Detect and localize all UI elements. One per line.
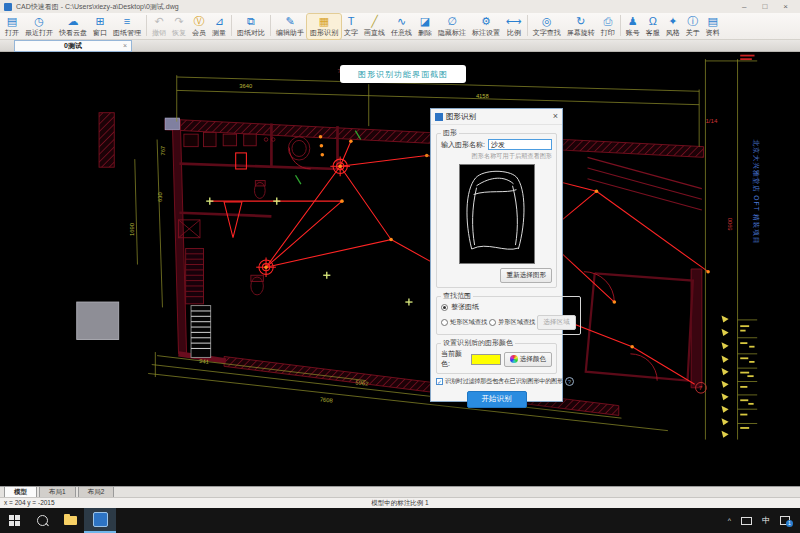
- toolbar-style-button[interactable]: ✦ 风格: [663, 14, 683, 39]
- tab-close-icon[interactable]: ×: [123, 41, 127, 51]
- layout-tab-2[interactable]: 布局2: [78, 486, 115, 497]
- notification-icon[interactable]: 1: [780, 516, 790, 525]
- toolbar-eraser-button[interactable]: ◪ 删除: [415, 14, 435, 39]
- taskbar: ^ 中 1: [0, 508, 800, 533]
- dim-label-bottom-c: 7608: [320, 396, 334, 404]
- title-block: 北京大兴雅堂店 OFT 精装项目: [740, 55, 759, 429]
- close-icon[interactable]: ×: [783, 0, 788, 13]
- toolbar-icon: ⟷: [506, 15, 522, 27]
- shape-recognition-dialog: 图形识别 × 图形 输入图形名称: 图形名称可用于后期查看图形: [430, 108, 563, 402]
- filter-checkbox-label: 识别时过滤掉那些包含在已识别图形中的图形: [445, 377, 563, 386]
- start-button[interactable]: [0, 508, 28, 533]
- toolbar-icon: ⚙: [481, 15, 491, 27]
- shape-preview: [459, 164, 535, 264]
- toolbar-measure-button[interactable]: ⊿ 测量: [209, 14, 229, 39]
- folder-icon: [64, 516, 77, 525]
- toolbar-icon: ▤: [7, 15, 17, 27]
- toolbar-icon: ⊿: [214, 15, 223, 27]
- toolbar-icon: T: [348, 15, 355, 27]
- dialog-close-icon[interactable]: ×: [553, 109, 558, 124]
- toolbar-label: 账号: [626, 28, 640, 38]
- drawing-canvas[interactable]: 7798 3640 4158 767 630 1690 941 5962 760…: [0, 52, 800, 486]
- toolbar-label: 客服: [646, 28, 660, 38]
- toolbar-support-button[interactable]: Ω 客服: [643, 14, 663, 39]
- toolbar-edit-assistant-button[interactable]: ✎ 编辑助手: [273, 14, 307, 39]
- toolbar-icon: ✦: [668, 15, 677, 27]
- tab-label: 0测试: [64, 41, 82, 51]
- search-button[interactable]: [28, 508, 56, 533]
- dim-label-left-a: 767: [160, 146, 166, 156]
- toolbar-text-button[interactable]: T 文字: [341, 14, 361, 39]
- file-explorer-button[interactable]: [56, 508, 84, 533]
- toolbar-label: 编辑助手: [276, 28, 304, 38]
- radio-rect-region-label: 矩形区域查找: [450, 318, 487, 327]
- toolbar-about-button[interactable]: ⓘ 关于: [683, 14, 703, 39]
- toolbar-label: 文字查找: [533, 28, 561, 38]
- toolbar-folder-open-button[interactable]: ▤ 打开: [2, 14, 22, 39]
- toolbar-redo-button[interactable]: ↷ 恢复: [169, 14, 189, 39]
- toolbar-screen-rotate-button[interactable]: ↻ 屏幕旋转: [564, 14, 598, 39]
- start-recognition-button[interactable]: 开始识别: [467, 391, 527, 408]
- toolbar-undo-button[interactable]: ↶ 撤销: [149, 14, 169, 39]
- toolbar-account-button[interactable]: ♟ 账号: [623, 14, 643, 39]
- toolbar-clock-button[interactable]: ◷ 最近打开: [22, 14, 56, 39]
- radio-rect-region[interactable]: [441, 319, 448, 326]
- toolbar-icon: Ω: [649, 15, 657, 27]
- toolbar-layers-button[interactable]: ≡ 图纸管理: [110, 14, 144, 39]
- toolbar-icon: ≡: [124, 15, 130, 27]
- help-icon[interactable]: ?: [565, 377, 574, 386]
- toolbar-print-button[interactable]: ⎙ 打印: [598, 14, 618, 39]
- toolbar-straight-line-button[interactable]: ╱ 画直线: [361, 14, 388, 39]
- maximize-icon[interactable]: □: [762, 0, 767, 13]
- toolbar-label: 屏幕旋转: [567, 28, 595, 38]
- reselect-shape-button[interactable]: 重新选择图形: [500, 268, 552, 283]
- dim-label-bottom-a: 941: [199, 358, 209, 365]
- window-title: CAD快速看图 - C:\Users\xiezy-a\Desktop\0测试.d…: [16, 2, 179, 12]
- toolbar-text-search-button[interactable]: ◎ 文字查找: [530, 14, 564, 39]
- toolbar-icon: ⊞: [95, 15, 104, 27]
- choose-color-button[interactable]: 选择颜色: [504, 352, 552, 367]
- toolbar-vip-button[interactable]: Ⓥ 会员: [189, 14, 209, 39]
- tray-chevron-icon[interactable]: ^: [728, 517, 731, 524]
- toolbar-divider: [231, 15, 232, 36]
- select-region-button: 选择区域: [537, 315, 575, 330]
- shape-name-hint: 图形名称可用于后期查看图形: [441, 152, 552, 161]
- radio-whole-drawing[interactable]: [441, 304, 448, 311]
- ime-indicator[interactable]: 中: [762, 515, 770, 526]
- shape-group: 图形 输入图形名称: 图形名称可用于后期查看图形: [436, 128, 557, 288]
- toolbar-scale-button[interactable]: ⟷ 比例: [503, 14, 525, 39]
- toolbar-compare-button[interactable]: ⧉ 图纸对比: [234, 14, 268, 39]
- walls: [77, 113, 704, 416]
- filter-checkbox[interactable]: ✓: [436, 378, 443, 385]
- display-tray-icon[interactable]: [741, 517, 752, 525]
- axis-bubble-label: 7: [699, 384, 703, 391]
- toolbar-label: 撤销: [152, 28, 166, 38]
- toolbar-icon: ◪: [420, 15, 430, 27]
- toolbar-window-button[interactable]: ⊞ 窗口: [90, 14, 110, 39]
- toolbar-label: 删除: [418, 28, 432, 38]
- toolbar-icon: ⓘ: [687, 15, 698, 27]
- dialog-titlebar[interactable]: 图形识别 ×: [431, 109, 562, 125]
- toolbar-shape-recognition-button[interactable]: ▦ 图形识别: [307, 14, 341, 39]
- toolbar-docs-button[interactable]: ▤ 资料: [703, 14, 723, 39]
- toolbar-hide-annotation-button[interactable]: ∅ 隐藏标注: [435, 14, 469, 39]
- minimize-icon[interactable]: –: [742, 0, 746, 13]
- toolbar-cloud-button[interactable]: ☁ 快看云盘: [56, 14, 90, 39]
- toolbar-icon: ▦: [319, 15, 329, 27]
- layout-tab-1[interactable]: 布局1: [39, 486, 76, 497]
- toolbar-divider: [527, 15, 528, 36]
- toolbar-freehand-line-button[interactable]: ∿ 任意线: [388, 14, 415, 39]
- layout-tab-model[interactable]: 模型: [4, 486, 37, 497]
- toolbar-label: 文字: [344, 28, 358, 38]
- choose-color-button-label: 选择颜色: [520, 355, 546, 364]
- tab-0-test[interactable]: 0测试 ×: [14, 40, 132, 52]
- toolbar-icon: ∿: [397, 15, 406, 27]
- toolbar-divider: [620, 15, 621, 36]
- toolbar-annotation-settings-button[interactable]: ⚙ 标注设置: [469, 14, 503, 39]
- toolbar-label: 测量: [212, 28, 226, 38]
- toolbar-label: 会员: [192, 28, 206, 38]
- radio-polygon-region[interactable]: [489, 319, 496, 326]
- toolbar-icon: ⎙: [603, 15, 612, 27]
- cad-app-taskbar-button[interactable]: [84, 508, 116, 533]
- shape-name-input[interactable]: [488, 139, 552, 150]
